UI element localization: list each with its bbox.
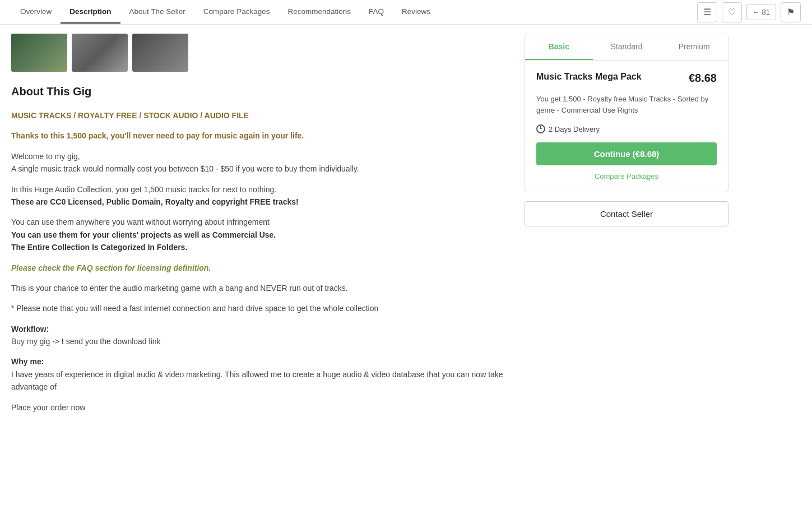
contact-seller-button[interactable]: Contact Seller (525, 201, 729, 226)
flag-icon-button[interactable]: ⚑ (781, 2, 801, 22)
top-nav: Overview Description About The Seller Co… (0, 0, 812, 25)
compare-packages-link[interactable]: Compare Packages (536, 172, 717, 180)
package-name: Music Tracks Mega Pack (536, 72, 642, 82)
continue-button[interactable]: Continue (€8.68) (536, 142, 717, 165)
nav-link-about-seller[interactable]: About The Seller (120, 1, 194, 24)
sidebar: Basic Standard Premium Music Tracks Mega… (516, 25, 729, 444)
gig-p1: MUSIC TRACKS / ROYALTY FREE / STOCK AUDI… (11, 109, 504, 122)
delivery-text: 2 Days Delivery (549, 125, 600, 133)
nav-link-compare-packages[interactable]: Compare Packages (194, 1, 279, 24)
count-button[interactable]: ← 81 (746, 4, 776, 20)
tab-basic[interactable]: Basic (525, 34, 593, 60)
menu-icon-button[interactable]: ☰ (697, 2, 717, 22)
nav-link-recommendations[interactable]: Recommendations (279, 1, 360, 24)
nav-link-description[interactable]: Description (61, 1, 120, 24)
gig-p7-9: You can use them anywhere you want witho… (11, 216, 504, 253)
nav-link-reviews[interactable]: Reviews (393, 1, 439, 24)
nav-link-overview[interactable]: Overview (11, 1, 61, 24)
thumbnails (11, 34, 504, 72)
tab-premium[interactable]: Premium (660, 34, 728, 60)
gig-p3: Welcome to my gig, A single music track … (11, 150, 504, 175)
main-layout: About This Gig MUSIC TRACKS / ROYALTY FR… (0, 25, 812, 444)
package-card: Basic Standard Premium Music Tracks Mega… (525, 34, 729, 192)
package-header: Music Tracks Mega Pack €8.68 (536, 72, 717, 85)
nav-right: ☰ ♡ ← 81 ⚑ (697, 2, 801, 22)
section-title: About This Gig (11, 85, 504, 98)
gig-p17: Place your order now (11, 401, 504, 414)
tab-standard[interactable]: Standard (593, 34, 661, 60)
package-price: €8.68 (689, 72, 717, 85)
thumbnail-1[interactable] (11, 34, 67, 72)
package-description: You get 1,500 - Royalty free Music Track… (536, 94, 717, 115)
package-delivery: 2 Days Delivery (536, 124, 717, 133)
count-value: 81 (762, 8, 770, 16)
package-tabs: Basic Standard Premium (525, 34, 728, 61)
wishlist-icon-button[interactable]: ♡ (722, 2, 742, 22)
gig-p10: Please check the FAQ section for licensi… (11, 262, 504, 274)
gig-p6: These are CC0 Licensed, Public Domain, R… (11, 197, 299, 206)
gig-p2: Thanks to this 1,500 pack, you'll never … (11, 129, 504, 142)
gig-p11: This is your chance to enter the audio m… (11, 282, 504, 294)
heart-icon: ♡ (728, 7, 736, 17)
flag-icon: ⚑ (787, 7, 795, 17)
hamburger-icon: ☰ (703, 7, 711, 17)
nav-links: Overview Description About The Seller Co… (11, 1, 439, 24)
gig-p13-14: Workflow: Buy my gig -> I send you the d… (11, 323, 504, 348)
content-area: About This Gig MUSIC TRACKS / ROYALTY FR… (11, 25, 516, 444)
arrow-icon: ← (753, 8, 760, 16)
gig-p15-16: Why me: I have years of experience in di… (11, 355, 504, 393)
clock-icon (536, 124, 545, 133)
nav-link-faq[interactable]: FAQ (360, 1, 393, 24)
contact-seller-container: Contact Seller (525, 201, 729, 226)
gig-p5: In this Huge Audio Collection, you get 1… (11, 183, 504, 209)
gig-description: MUSIC TRACKS / ROYALTY FREE / STOCK AUDI… (11, 109, 504, 414)
gig-p12: * Please note that you will need a fast … (11, 302, 504, 314)
thumbnail-2[interactable] (72, 34, 128, 72)
thumbnail-3[interactable] (132, 34, 188, 72)
package-body: Music Tracks Mega Pack €8.68 You get 1,5… (525, 61, 728, 192)
